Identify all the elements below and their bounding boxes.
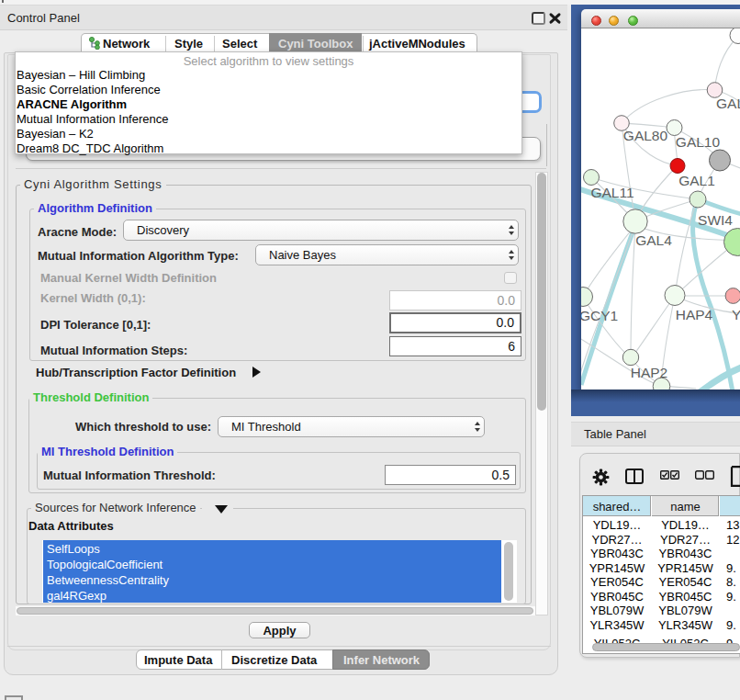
svg-text:SWI4: SWI4 <box>698 212 733 228</box>
svg-text:GAL10: GAL10 <box>676 134 721 150</box>
svg-text:GCY1: GCY1 <box>581 308 618 323</box>
svg-text:HAP4: HAP4 <box>676 307 713 322</box>
svg-text:GAL80: GAL80 <box>623 128 668 143</box>
svg-text:GAL1: GAL1 <box>678 173 715 188</box>
svg-text:HAP2: HAP2 <box>631 365 668 380</box>
svg-text:GAL11: GAL11 <box>590 185 633 200</box>
svg-text:GAL: GAL <box>716 96 740 111</box>
svg-text:Y: Y <box>732 307 740 322</box>
svg-text:GAL4: GAL4 <box>635 232 672 248</box>
